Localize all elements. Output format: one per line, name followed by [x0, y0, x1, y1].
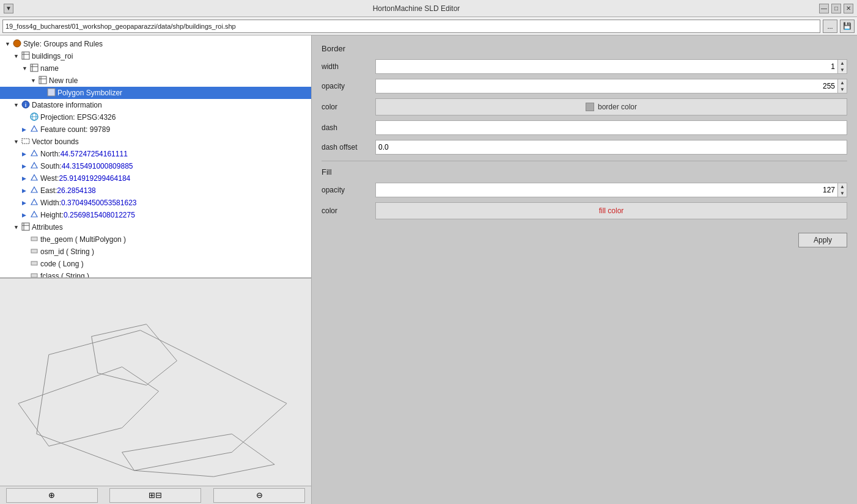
- tree-item[interactable]: the_geom ( MultiPolygon ): [0, 233, 311, 246]
- tree-item[interactable]: ▶Feature count: 99789: [0, 123, 311, 136]
- tree-item[interactable]: ▶West: 25.914919299464184: [0, 172, 311, 184]
- border-width-row: width ▲ ▼: [322, 59, 847, 74]
- tree-arrow-icon[interactable]: ▼: [13, 53, 21, 59]
- svg-marker-16: [31, 126, 37, 131]
- tree-item[interactable]: ▼name: [0, 62, 311, 75]
- tree-item-icon: [29, 186, 39, 195]
- border-color-btn[interactable]: border color: [375, 98, 847, 115]
- tree-area[interactable]: ▼Style: Groups and Rules▼buildings_roi▼n…: [0, 35, 311, 278]
- tree-item[interactable]: code ( Long ): [0, 258, 311, 270]
- tree-item[interactable]: Polygon Symbolizer: [0, 87, 311, 99]
- map-svg: [0, 279, 311, 486]
- svg-marker-22: [31, 199, 37, 205]
- fill-opacity-row: opacity ▲ ▼: [322, 183, 847, 197]
- browse-button[interactable]: ...: [823, 20, 837, 33]
- border-width-input[interactable]: [375, 59, 837, 74]
- svg-marker-18: [31, 150, 37, 156]
- tree-item[interactable]: ▼Attributes: [0, 221, 311, 233]
- zoom-extent-btn[interactable]: ⊞⊟: [109, 488, 201, 503]
- border-opacity-down-btn[interactable]: ▼: [838, 86, 847, 93]
- tree-item[interactable]: ▼iDatastore information: [0, 99, 311, 111]
- tree-item-icon: [12, 39, 22, 49]
- save-button[interactable]: 💾: [840, 20, 855, 33]
- svg-marker-23: [31, 211, 37, 217]
- tree-item-label: Style: Groups and Rules: [23, 40, 103, 48]
- coord-value: 25.914919299464184: [59, 174, 130, 183]
- apply-button[interactable]: Apply: [798, 233, 847, 247]
- border-opacity-input[interactable]: [375, 79, 837, 93]
- fill-opacity-down-btn[interactable]: ▼: [838, 190, 847, 197]
- tree-item-icon: [29, 259, 39, 269]
- tree-item-label: Attributes: [32, 223, 63, 232]
- zoom-out-btn[interactable]: ⊖: [213, 488, 305, 503]
- tree-arrow-icon[interactable]: ▶: [22, 212, 29, 218]
- tree-item-icon: [29, 235, 39, 244]
- border-opacity-up-btn[interactable]: ▲: [838, 79, 847, 86]
- tree-item[interactable]: ▼Style: Groups and Rules: [0, 38, 311, 50]
- tree-arrow-icon[interactable]: ▼: [13, 102, 21, 108]
- fill-opacity-spinner[interactable]: ▲ ▼: [375, 183, 847, 197]
- border-opacity-spinner[interactable]: ▲ ▼: [375, 79, 847, 93]
- maximize-btn[interactable]: □: [831, 4, 841, 13]
- tree-arrow-icon[interactable]: ▶: [22, 151, 29, 157]
- border-dash-row: dash: [322, 120, 847, 135]
- border-opacity-row: opacity ▲ ▼: [322, 79, 847, 93]
- tree-item[interactable]: ▼buildings_roi: [0, 50, 311, 62]
- tree-item-icon: [29, 64, 39, 73]
- svg-rect-17: [22, 139, 29, 144]
- tree-item[interactable]: ▶Width: 0.37049450053581623: [0, 197, 311, 209]
- tree-item-icon: [29, 173, 39, 183]
- tree-item[interactable]: ▼New rule: [0, 75, 311, 87]
- tree-arrow-icon[interactable]: ▼: [13, 139, 21, 145]
- tree-arrow-icon[interactable]: ▶: [22, 126, 29, 133]
- tree-arrow-icon[interactable]: ▶: [22, 188, 29, 194]
- minimize-btn[interactable]: —: [819, 4, 829, 13]
- filepath-input[interactable]: [2, 20, 820, 33]
- border-width-spinner-btns: ▲ ▼: [837, 59, 847, 74]
- tree-arrow-icon[interactable]: ▶: [22, 200, 29, 206]
- map-toolbar: ⊕ ⊞⊟ ⊖: [0, 486, 311, 504]
- svg-rect-31: [0, 282, 311, 483]
- tree-arrow-icon[interactable]: ▼: [22, 65, 29, 71]
- border-opacity-spinner-btns: ▲ ▼: [837, 79, 847, 93]
- tree-arrow-icon[interactable]: ▼: [5, 41, 12, 47]
- tree-item[interactable]: fclass ( String ): [0, 270, 311, 278]
- tree-arrow-icon[interactable]: ▶: [22, 163, 29, 169]
- close-btn[interactable]: ✕: [844, 4, 853, 13]
- svg-rect-29: [31, 261, 37, 265]
- border-dash-input[interactable]: [375, 120, 847, 135]
- tree-item-label: West:: [40, 174, 59, 183]
- border-width-up-btn[interactable]: ▲: [838, 60, 847, 67]
- tree-item-label: New rule: [49, 76, 78, 85]
- coord-value: 26.2854138: [57, 186, 95, 195]
- fill-opacity-spinner-btns: ▲ ▼: [837, 183, 847, 197]
- tree-arrow-icon[interactable]: ▼: [31, 78, 38, 84]
- tree-arrow-icon[interactable]: ▼: [13, 224, 21, 230]
- tree-item[interactable]: ▶Height: 0.2569815408012275: [0, 209, 311, 221]
- tree-item-icon: [29, 247, 39, 257]
- tree-item[interactable]: Projection: EPSG:4326: [0, 111, 311, 123]
- border-width-down-btn[interactable]: ▼: [838, 67, 847, 73]
- tree-item-label: the_geom ( MultiPolygon ): [40, 235, 126, 244]
- zoom-in-btn[interactable]: ⊕: [6, 488, 98, 503]
- coord-value: 0.2569815408012275: [64, 211, 135, 219]
- fill-color-btn[interactable]: fill color: [375, 202, 847, 219]
- fill-opacity-up-btn[interactable]: ▲: [838, 183, 847, 190]
- border-width-spinner[interactable]: ▲ ▼: [375, 59, 847, 74]
- tree-item[interactable]: ▶East: 26.2854138: [0, 184, 311, 197]
- tree-item[interactable]: ▼Vector bounds: [0, 136, 311, 148]
- border-dash-offset-input[interactable]: [375, 140, 847, 155]
- tree-item-label: Polygon Symbolizer: [57, 89, 122, 97]
- coord-value: 44.315491000809885: [62, 162, 133, 170]
- fill-opacity-input[interactable]: [375, 183, 837, 197]
- svg-point-0: [13, 40, 21, 47]
- tree-item[interactable]: ▶North: 44.57247254161111: [0, 148, 311, 160]
- zoom-extent-icon: ⊞⊟: [149, 491, 162, 500]
- tree-item-label: osm_id ( String ): [40, 247, 94, 256]
- coord-value: 44.57247254161111: [61, 150, 128, 158]
- tree-item-icon: [21, 51, 31, 61]
- sys-menu-btn[interactable]: ▼: [4, 4, 13, 13]
- tree-item[interactable]: ▶South: 44.315491000809885: [0, 160, 311, 172]
- tree-item[interactable]: osm_id ( String ): [0, 246, 311, 258]
- tree-arrow-icon[interactable]: ▶: [22, 175, 29, 181]
